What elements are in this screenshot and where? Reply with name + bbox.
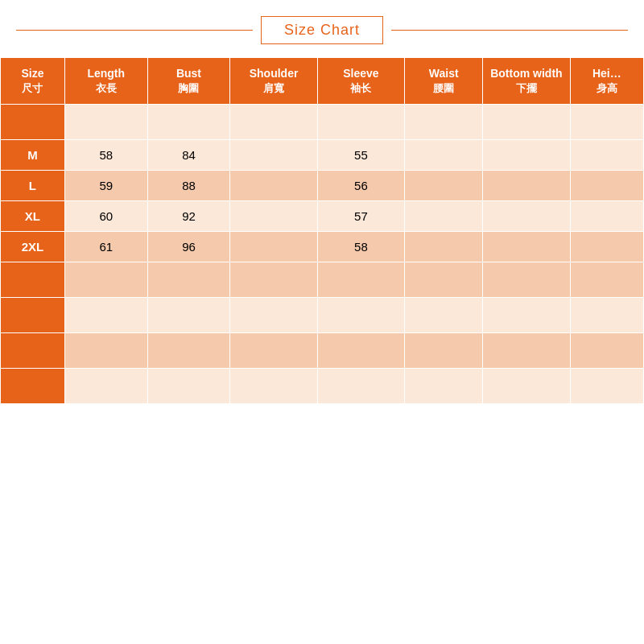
cell-bottom-2xl — [483, 232, 570, 262]
cell-shoulder-2xl — [230, 232, 317, 262]
table-body: M 58 84 55 L 59 88 56 — [1, 105, 644, 404]
cell-bust-0 — [147, 105, 230, 140]
cell-size-e4 — [1, 369, 65, 404]
col-header-height: Hei… 身高 — [570, 58, 643, 105]
cell-waist-e4 — [405, 369, 483, 404]
col-header-bottom: Bottom width 下擺 — [483, 58, 570, 105]
title-line-right — [391, 30, 628, 31]
cell-height-e4 — [570, 369, 643, 404]
cell-height-e2 — [570, 298, 643, 333]
col-header-bust: Bust 胸圍 — [147, 58, 230, 105]
chart-title: Size Chart — [261, 16, 383, 44]
cell-bust-l: 88 — [147, 171, 230, 201]
cell-bottom-e3 — [483, 333, 570, 369]
cell-bottom-e1 — [483, 262, 570, 298]
cell-shoulder-e1 — [230, 262, 317, 298]
cell-shoulder-l — [230, 171, 317, 201]
cell-size-0 — [1, 105, 65, 140]
cell-length-e3 — [64, 333, 147, 369]
cell-waist-2xl — [405, 232, 483, 262]
cell-bottom-0 — [483, 105, 570, 140]
cell-waist-0 — [405, 105, 483, 140]
cell-bust-e1 — [147, 262, 230, 298]
cell-height-xl — [570, 201, 643, 232]
cell-bottom-e4 — [483, 369, 570, 404]
cell-length-e4 — [64, 369, 147, 404]
col-header-length: Length 衣長 — [64, 58, 147, 105]
cell-sleeve-e4 — [317, 369, 404, 404]
cell-size-e2 — [1, 298, 65, 333]
table-row — [1, 262, 644, 298]
cell-bust-e2 — [147, 298, 230, 333]
cell-bust-e3 — [147, 333, 230, 369]
table-row: 2XL 61 96 58 — [1, 232, 644, 262]
cell-length-e1 — [64, 262, 147, 298]
cell-waist-e3 — [405, 333, 483, 369]
table-row: L 59 88 56 — [1, 171, 644, 201]
table-row — [1, 105, 644, 140]
cell-bust-m: 84 — [147, 140, 230, 171]
cell-bottom-l — [483, 171, 570, 201]
cell-length-2xl: 61 — [64, 232, 147, 262]
cell-shoulder-xl — [230, 201, 317, 232]
cell-shoulder-e2 — [230, 298, 317, 333]
cell-size-m: M — [1, 140, 65, 171]
cell-sleeve-e1 — [317, 262, 404, 298]
title-row: Size Chart — [0, 16, 644, 44]
cell-bottom-e2 — [483, 298, 570, 333]
cell-size-xl: XL — [1, 201, 65, 232]
cell-length-m: 58 — [64, 140, 147, 171]
cell-waist-m — [405, 140, 483, 171]
cell-bottom-m — [483, 140, 570, 171]
cell-length-xl: 60 — [64, 201, 147, 232]
cell-height-2xl — [570, 232, 643, 262]
cell-waist-e2 — [405, 298, 483, 333]
table-row — [1, 298, 644, 333]
cell-sleeve-m: 55 — [317, 140, 404, 171]
cell-shoulder-e3 — [230, 333, 317, 369]
cell-shoulder-0 — [230, 105, 317, 140]
cell-waist-l — [405, 171, 483, 201]
col-header-shoulder: Shoulder 肩寬 — [230, 58, 317, 105]
size-chart-table: Size 尺寸 Length 衣長 Bust 胸圍 Shoulder 肩寬 — [0, 57, 644, 404]
cell-sleeve-xl: 57 — [317, 201, 404, 232]
size-chart-table-wrapper: Size 尺寸 Length 衣長 Bust 胸圍 Shoulder 肩寬 — [0, 57, 644, 404]
col-header-waist: Waist 腰圍 — [405, 58, 483, 105]
cell-sleeve-e2 — [317, 298, 404, 333]
page-wrapper: Size Chart Size 尺寸 — [0, 0, 644, 644]
col-header-sleeve: Sleeve 袖长 — [317, 58, 404, 105]
cell-height-0 — [570, 105, 643, 140]
table-row: M 58 84 55 — [1, 140, 644, 171]
cell-sleeve-l: 56 — [317, 171, 404, 201]
cell-bust-2xl: 96 — [147, 232, 230, 262]
cell-length-e2 — [64, 298, 147, 333]
cell-bust-xl: 92 — [147, 201, 230, 232]
cell-height-m — [570, 140, 643, 171]
cell-size-l: L — [1, 171, 65, 201]
cell-height-e3 — [570, 333, 643, 369]
cell-bottom-xl — [483, 201, 570, 232]
title-line-left — [16, 30, 253, 31]
cell-size-e1 — [1, 262, 65, 298]
cell-sleeve-2xl: 58 — [317, 232, 404, 262]
cell-sleeve-e3 — [317, 333, 404, 369]
cell-waist-e1 — [405, 262, 483, 298]
table-row: XL 60 92 57 — [1, 201, 644, 232]
cell-length-l: 59 — [64, 171, 147, 201]
cell-bust-e4 — [147, 369, 230, 404]
header-row: Size 尺寸 Length 衣長 Bust 胸圍 Shoulder 肩寬 — [1, 58, 644, 105]
cell-waist-xl — [405, 201, 483, 232]
cell-size-e3 — [1, 333, 65, 369]
cell-height-l — [570, 171, 643, 201]
cell-size-2xl: 2XL — [1, 232, 65, 262]
table-row — [1, 369, 644, 404]
table-header: Size 尺寸 Length 衣長 Bust 胸圍 Shoulder 肩寬 — [1, 58, 644, 105]
table-row — [1, 333, 644, 369]
cell-shoulder-m — [230, 140, 317, 171]
cell-shoulder-e4 — [230, 369, 317, 404]
cell-height-e1 — [570, 262, 643, 298]
col-header-size: Size 尺寸 — [1, 58, 65, 105]
cell-sleeve-0 — [317, 105, 404, 140]
cell-length-0 — [64, 105, 147, 140]
